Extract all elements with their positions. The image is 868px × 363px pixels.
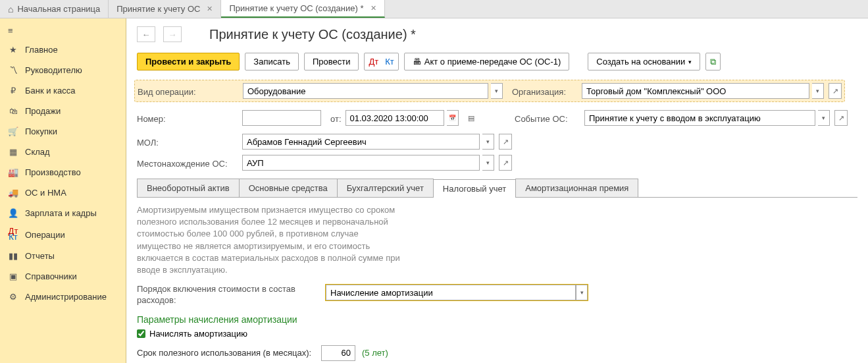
tab-home-label: Начальная страница [17,4,100,14]
list-icon[interactable]: ▤ [465,110,478,126]
act-button[interactable]: 🖶Акт о приеме-передаче ОС (ОС-1) [404,53,570,70]
sidebar-item-operations[interactable]: ДтКтОперации [0,223,126,246]
home-icon: ⌂ [8,4,13,14]
op-type-field[interactable] [243,83,488,99]
number-label: Номер: [137,112,236,124]
sidebar-item-catalogs[interactable]: ▣Справочники [0,266,126,287]
mol-field[interactable] [242,134,480,150]
sidebar-item-bank[interactable]: ₽Банк и касса [0,80,126,101]
star-icon: ★ [8,45,18,55]
forward-button[interactable]: → [163,26,182,42]
sidebar-item-main[interactable]: ★Главное [0,40,126,60]
location-field[interactable] [242,155,480,171]
tab-doc2[interactable]: Принятие к учету ОС (создание) * ✕ [221,0,384,18]
save-button[interactable]: Записать [245,53,299,70]
tab-accounting[interactable]: Бухгалтерский учет [337,179,434,197]
tab-tax[interactable]: Налоговый учет [433,179,516,198]
tab-home[interactable]: ⌂ Начальная страница [0,0,109,18]
back-button[interactable]: ← [137,26,155,42]
grid-icon: ▦ [8,147,18,157]
open-icon[interactable]: ↗ [499,134,512,150]
print-icon: 🖶 [413,57,421,67]
menu-toggle[interactable]: ≡ [0,22,126,40]
dtct-icon: ДтКт [8,229,18,240]
barchart-icon: ▮▮ [8,251,18,261]
dropdown-icon[interactable]: ▾ [818,110,830,126]
truck-icon: 🚚 [8,188,18,198]
order-field[interactable] [326,285,576,300]
sidebar: ≡ ★Главное 〽Руководителю ₽Банк и касса 🛍… [0,18,126,363]
open-icon[interactable]: ↗ [829,83,842,99]
post-button[interactable]: Провести [304,53,359,70]
event-field[interactable] [584,110,815,126]
location-label: Местонахождение ОС: [137,157,236,169]
tab-doc2-label: Принятие к учету ОС (создание) * [229,3,363,13]
attach-button[interactable]: ⧉ [705,53,721,70]
amort-section-title: Параметры начисления амортизации [137,314,857,325]
tab-noncurrent[interactable]: Внеоборотный актив [137,179,240,197]
event-label: Событие ОС: [512,112,578,124]
sidebar-item-admin[interactable]: ⚙Администрирование [0,287,126,307]
sidebar-item-warehouse[interactable]: ▦Склад [0,142,126,162]
sidebar-item-manager[interactable]: 〽Руководителю [0,60,126,80]
org-label: Организация: [509,85,575,97]
sidebar-item-sales[interactable]: 🛍Продажи [0,101,126,121]
dtct-button[interactable]: ДтКт [364,53,398,70]
accrue-label: Начислять амортизацию [149,329,247,339]
op-type-label: Вид операции: [138,85,236,97]
open-icon[interactable]: ↗ [834,110,848,126]
useful-life-note: (5 лет) [362,348,388,358]
sidebar-item-reports[interactable]: ▮▮Отчеты [0,246,126,266]
tax-info-text: Амортизируемым имуществом признается иму… [137,204,400,276]
main-content: ← → Принятие к учету ОС (создание) * Про… [126,18,868,363]
org-field[interactable] [582,83,809,99]
sidebar-item-assets[interactable]: 🚚ОС и НМА [0,182,126,203]
page-title: Принятие к учету ОС (создание) * [209,27,416,42]
dropdown-icon[interactable]: ▾ [482,155,494,171]
close-icon[interactable]: ✕ [370,4,376,13]
tab-doc1[interactable]: Принятие к учету ОС ✕ [109,0,221,18]
chart-icon: 〽 [8,65,18,75]
open-icon[interactable]: ↗ [499,155,512,171]
close-icon[interactable]: ✕ [207,5,213,13]
useful-life-label: Срок полезного использования (в месяцах)… [137,348,315,358]
post-and-close-button[interactable]: Провести и закрыть [137,53,240,70]
ruble-icon: ₽ [8,86,18,96]
mol-label: МОЛ: [137,136,236,148]
sidebar-item-production[interactable]: 🏭Производство [0,162,126,182]
date-field[interactable] [345,110,444,126]
sidebar-item-purchases[interactable]: 🛒Покупки [0,121,126,142]
dropdown-icon[interactable]: ▾ [576,285,588,300]
dropdown-icon[interactable]: ▾ [491,83,503,99]
dropdown-icon[interactable]: ▾ [482,134,494,150]
toolbar: Провести и закрыть Записать Провести ДтК… [137,53,857,70]
dropdown-icon[interactable]: ▾ [812,83,824,99]
from-label: от: [330,112,342,124]
tabs: Внеоборотный актив Основные средства Бух… [137,179,857,198]
person-icon: 👤 [8,208,18,218]
cart-icon: 🛒 [8,126,18,136]
tab-fixed-assets[interactable]: Основные средства [239,179,338,197]
calendar-icon[interactable]: 📅 [447,110,459,126]
gear-icon: ⚙ [8,292,18,302]
books-icon: ▣ [8,271,18,281]
top-tabs: ⌂ Начальная страница Принятие к учету ОС… [0,0,868,18]
factory-icon: 🏭 [8,167,18,177]
tab-bonus[interactable]: Амортизационная премия [515,179,638,197]
create-based-on-button[interactable]: Создать на основании ▾ [588,53,700,70]
order-label: Порядок включения стоимости в состав рас… [137,284,315,306]
tab-doc1-label: Принятие к учету ОС [116,4,200,14]
accrue-checkbox[interactable] [137,329,145,338]
bag-icon: 🛍 [8,106,18,116]
useful-life-field[interactable] [321,345,355,361]
number-field[interactable] [242,110,321,126]
sidebar-item-salary[interactable]: 👤Зарплата и кадры [0,203,126,223]
